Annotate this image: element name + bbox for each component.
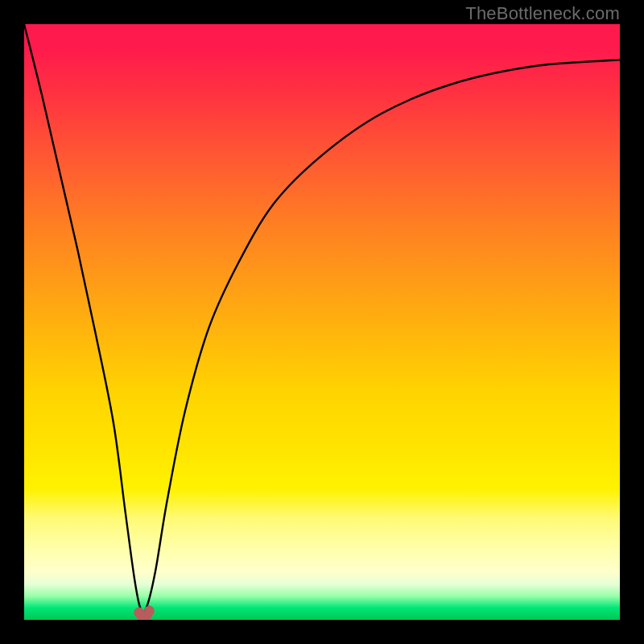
bottleneck-curve [24, 24, 620, 612]
chart-svg [24, 24, 620, 620]
outer-frame: TheBottleneck.com [0, 0, 644, 644]
optimal-point-high [144, 605, 155, 616]
attribution-text: TheBottleneck.com [465, 3, 620, 24]
optimal-marker [134, 605, 155, 617]
plot-area [24, 24, 620, 620]
optimal-point-low [134, 608, 144, 618]
